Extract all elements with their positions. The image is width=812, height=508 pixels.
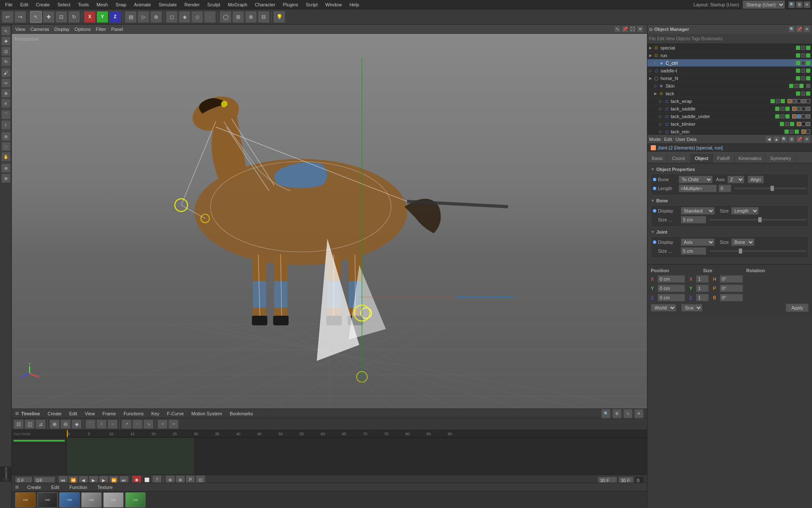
om-row-run[interactable]: ▶ ⊡ run — [647, 52, 812, 59]
lt-pointer[interactable]: ↖ — [1, 26, 11, 36]
rot-p-input[interactable] — [720, 284, 743, 292]
tl-tangent3[interactable]: ↘ — [143, 420, 154, 429]
bs-menu-texture[interactable]: Texture — [94, 484, 116, 491]
bone-to-child-select[interactable]: To Child — [679, 176, 713, 183]
solo-mode-icon[interactable]: ◯ — [220, 11, 231, 23]
menu-simulate[interactable]: Simulate — [155, 1, 180, 8]
tl-menu-functions[interactable]: Functions — [120, 410, 147, 417]
align-button[interactable]: Align — [748, 176, 764, 183]
om-row-tack-wrap[interactable]: ▷ ◻ tack_wrap — [647, 97, 812, 105]
om-row-tack[interactable]: ▶ ⊡ tack — [647, 90, 812, 97]
menu-plugins[interactable]: Plugins — [280, 1, 302, 8]
object-mode-icon[interactable]: ◻ — [166, 11, 178, 23]
lt-rotate[interactable]: ↻ — [1, 57, 11, 66]
om-pin-icon[interactable]: 📌 — [796, 26, 803, 33]
bs-menu-create[interactable]: Create — [24, 484, 44, 491]
material-thumb-6[interactable]: mat — [125, 492, 146, 508]
tl-tangent1[interactable]: ↗ — [121, 420, 132, 429]
om-search-icon[interactable]: 🔍 — [788, 26, 795, 33]
om-row-tack-saddle[interactable]: ▷ ◻ tack_saddle — [647, 105, 812, 113]
viewport-filter-menu[interactable]: Filter — [96, 27, 106, 32]
om-close-icon[interactable]: ✕ — [804, 26, 810, 33]
menu-script[interactable]: Script — [303, 1, 321, 8]
menu-mesh[interactable]: Mesh — [93, 1, 111, 8]
lt-smooth[interactable]: ◌ — [1, 142, 11, 151]
tl-menu-frame[interactable]: Frame — [99, 410, 119, 417]
viewport-options-menu[interactable]: Options — [74, 27, 91, 32]
menu-animate[interactable]: Animate — [131, 1, 154, 8]
menu-create[interactable]: Create — [33, 1, 53, 8]
lt-knife[interactable]: ✂ — [1, 78, 11, 88]
lt-move[interactable]: ✚ — [1, 36, 11, 46]
close-icon[interactable]: ✕ — [804, 1, 810, 8]
tl-key-mode[interactable]: ◈ — [72, 420, 82, 429]
menu-snap[interactable]: Snap — [112, 1, 130, 8]
tl-snap1[interactable]: ⊹ — [157, 420, 168, 429]
om-row-tack-rein[interactable]: ▷ ◻ tack_rein — [647, 128, 812, 135]
pos-z-input[interactable] — [658, 294, 685, 301]
viewport-display-menu[interactable]: Display — [54, 27, 69, 32]
viewport-pin-icon[interactable]: 📌 — [622, 26, 628, 33]
point-mode-icon[interactable]: · — [204, 11, 216, 23]
prop-edit-btn[interactable]: Edit — [664, 137, 672, 142]
lt-scale[interactable]: ⊡ — [1, 47, 11, 56]
viewport-close-icon[interactable]: ✕ — [637, 26, 644, 33]
tl-menu-motionsys[interactable]: Motion System — [188, 410, 226, 417]
material-thumb-2[interactable]: mat — [37, 492, 58, 508]
tl-mode-btn1[interactable]: ⊡ — [14, 420, 24, 429]
bone-size-slider[interactable] — [710, 219, 806, 221]
move-tool-icon[interactable]: ✚ — [43, 11, 55, 23]
bone-size-select[interactable]: Length — [731, 207, 759, 215]
prop-settings-icon[interactable]: ⚙ — [788, 136, 795, 143]
z-axis-btn[interactable]: Z — [109, 11, 121, 23]
lt-bridge[interactable]: ≡ — [1, 99, 11, 108]
layout-select[interactable]: Startup (User) — [743, 0, 785, 9]
tl-add-key[interactable]: ⊕ — [50, 420, 60, 429]
pos-y-input[interactable] — [658, 284, 685, 292]
size-y-input[interactable] — [696, 284, 709, 292]
prop-left-icon[interactable]: ◀ — [765, 136, 772, 143]
tl-curve3[interactable]: ⌢ — [107, 420, 118, 429]
axis-select[interactable]: Z — [727, 176, 744, 183]
menu-render[interactable]: Render — [181, 1, 203, 8]
tl-expand-icon[interactable]: ⤡ — [623, 409, 633, 418]
prop-tab-falloff[interactable]: Falloff — [713, 154, 735, 163]
menu-edit[interactable]: Edit — [17, 1, 32, 8]
undo-icon[interactable]: ↩ — [2, 11, 14, 23]
tl-mode-btn2[interactable]: ◫ — [25, 420, 35, 429]
tl-menu-create[interactable]: Create — [44, 410, 65, 417]
om-row-skin[interactable]: ▷ ⊕ Skin — [647, 82, 812, 90]
menu-help[interactable]: Help — [346, 1, 363, 8]
rot-h-input[interactable] — [720, 275, 743, 283]
lt-joint[interactable]: ⊗ — [1, 174, 11, 183]
prop-userdata-btn[interactable]: User Data — [676, 137, 697, 142]
joint-display-select[interactable]: Axis — [681, 238, 715, 246]
om-row-cctrl[interactable]: ▷ ◆ C_ctrl — [647, 59, 812, 67]
render-region-icon[interactable]: ▤ — [125, 11, 137, 23]
y-axis-btn[interactable]: Y — [96, 11, 108, 23]
pointer-tool-icon[interactable]: ↖ — [30, 11, 42, 23]
apply-button[interactable]: Apply — [786, 304, 809, 312]
rotate-tool-icon[interactable]: ↻ — [68, 11, 80, 23]
tl-menu-fcurve[interactable]: F-Curve — [164, 410, 187, 417]
prop-mode-btn[interactable]: Mode — [649, 137, 661, 142]
length-input2[interactable] — [718, 185, 731, 192]
tl-remove-key[interactable]: ⊖ — [61, 420, 71, 429]
menu-character[interactable]: Character — [251, 1, 278, 8]
size-x-input[interactable] — [696, 275, 709, 283]
poly-mode-icon[interactable]: ◈ — [179, 11, 190, 23]
viewport-view-menu[interactable]: View — [15, 27, 25, 32]
bs-menu-edit[interactable]: Edit — [48, 484, 63, 491]
prop-pin-icon[interactable]: 📌 — [796, 136, 803, 143]
tl-settings-icon[interactable]: ⚙ — [612, 409, 622, 418]
tl-menu-bookmarks[interactable]: Bookmarks — [226, 410, 256, 417]
prop-search-icon[interactable]: 🔍 — [781, 136, 787, 143]
prop-close-icon[interactable]: ✕ — [804, 136, 810, 143]
menu-mograph[interactable]: MoGraph — [224, 1, 250, 8]
tl-curve1[interactable]: ⌒ — [85, 420, 96, 429]
joint-size-select[interactable]: Bone — [731, 238, 754, 246]
viewport-expand-icon[interactable]: ⤡ — [614, 26, 621, 33]
menu-tools[interactable]: Tools — [74, 1, 92, 8]
om-row-tack-saddle-under[interactable]: ▷ ◻ tack_saddle_under — [647, 113, 812, 120]
bone-size-cm-input[interactable] — [681, 216, 706, 224]
